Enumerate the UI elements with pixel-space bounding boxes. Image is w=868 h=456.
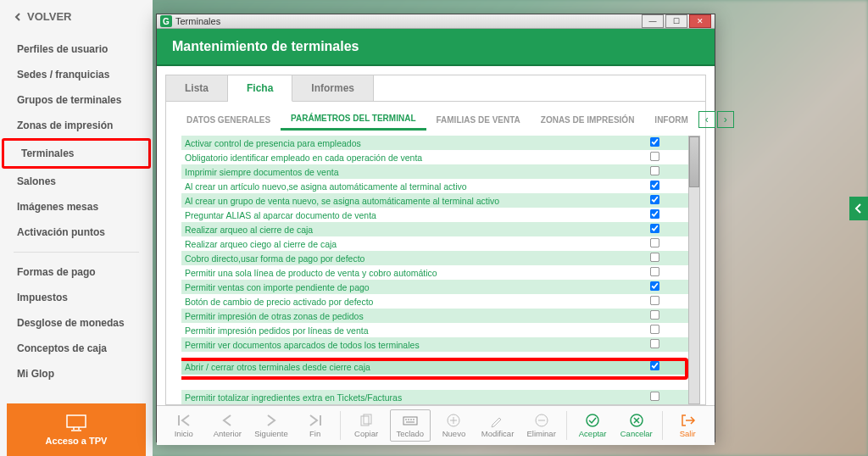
svg-rect-0 — [67, 415, 86, 427]
delete-button[interactable]: Eliminar — [521, 411, 562, 440]
monitor-icon — [65, 414, 87, 432]
sidebar-item[interactable]: Imágenes mesas — [0, 194, 153, 220]
pencil-icon — [489, 413, 506, 428]
sidebar-item[interactable]: Grupos de terminales — [0, 87, 153, 113]
accept-button[interactable]: Aceptar — [572, 411, 613, 440]
titlebar: G Terminales — ☐ ✕ — [157, 14, 715, 29]
param-checkbox[interactable] — [649, 137, 659, 147]
copy-button[interactable]: Copiar — [346, 411, 387, 440]
tabs: ListaFichaInformes — [166, 75, 705, 102]
param-label: Permitir totalizar ingredientes extra en… — [181, 392, 620, 403]
back-label: VOLVER — [27, 10, 72, 23]
param-label: Permitir una sola línea de producto de v… — [181, 268, 620, 278]
param-checkbox[interactable] — [649, 209, 659, 219]
tab[interactable]: Informes — [292, 75, 374, 101]
keyboard-button[interactable]: Teclado — [390, 409, 431, 442]
edge-panel-toggle[interactable] — [849, 197, 868, 220]
subtab[interactable]: DATOS GENERALES — [176, 110, 281, 130]
sidebar: VOLVER Perfiles de usuarioSedes / franqu… — [0, 0, 153, 456]
sidebar-item[interactable]: Activación puntos — [0, 220, 153, 245]
tpv-label: Acceso a TPV — [46, 436, 108, 446]
modify-button[interactable]: Modificar — [477, 411, 518, 440]
toolbar: Inicio Anterior Siguiente Fin Copiar Tec… — [157, 405, 715, 445]
param-row: Permitir totalizar ingredientes extra en… — [181, 390, 688, 404]
subtab[interactable]: ZONAS DE IMPRESIÓN — [531, 110, 645, 130]
chevron-left-icon — [14, 13, 22, 21]
page-heading: Mantenimiento de terminales — [157, 29, 715, 66]
param-checkbox[interactable] — [649, 152, 659, 161]
cancel-button[interactable]: Cancelar — [616, 411, 657, 440]
param-row: Al crear un grupo de venta nuevo, se asi… — [181, 193, 688, 208]
param-row: Obligatorio identificar empleado en cada… — [181, 150, 688, 164]
sidebar-item[interactable]: Perfiles de usuario — [0, 36, 153, 62]
last-button[interactable]: Fin — [295, 411, 336, 440]
maximize-button[interactable]: ☐ — [665, 14, 687, 28]
close-button[interactable]: ✕ — [689, 14, 711, 28]
param-label: Al crear un grupo de venta nuevo, se asi… — [181, 196, 620, 206]
tpv-access-button[interactable]: Acceso a TPV — [7, 403, 146, 456]
prev-button[interactable]: Anterior — [208, 411, 248, 440]
param-row: Realizar arqueo ciego al cierre de caja — [181, 236, 688, 251]
tab[interactable]: Lista — [166, 75, 228, 101]
tab[interactable]: Ficha — [228, 75, 292, 102]
param-label: Cobro directo,usar forma de pago por def… — [181, 253, 620, 264]
sidebar-item[interactable]: Mi Glop — [0, 361, 153, 386]
param-checkbox[interactable] — [649, 195, 659, 204]
param-checkbox[interactable] — [649, 325, 659, 334]
window-title: Terminales — [175, 16, 220, 26]
param-checkbox[interactable] — [649, 361, 659, 370]
subtab-prev[interactable]: ‹ — [698, 111, 715, 128]
exit-icon — [679, 413, 696, 428]
param-row: Abrir / cerrar otros terminales desde ci… — [181, 359, 688, 375]
param-row: Preguntar ALIAS al aparcar documento de … — [181, 208, 688, 222]
sidebar-item[interactable]: Salones — [0, 169, 153, 194]
param-label: Permitir ventas con importe pendiente de… — [181, 282, 620, 292]
app-icon: G — [160, 15, 172, 27]
sidebar-item[interactable]: Conceptos de caja — [0, 336, 153, 361]
chevron-left-icon — [854, 203, 863, 214]
last-icon — [307, 413, 324, 428]
copy-icon — [358, 413, 375, 428]
subtab[interactable]: INFORM — [644, 110, 698, 130]
param-checkbox[interactable] — [649, 181, 659, 190]
sidebar-item[interactable]: Desglose de monedas — [0, 310, 153, 336]
subtab[interactable]: FAMILIAS DE VENTA — [426, 110, 531, 130]
first-button[interactable]: Inicio — [164, 411, 204, 440]
param-checkbox[interactable] — [649, 392, 659, 401]
subtab[interactable]: PARÁMETROS DEL TERMINAL — [281, 108, 426, 131]
back-button[interactable]: VOLVER — [0, 0, 153, 33]
param-label: Botón de cambio de precio activado por d… — [181, 297, 620, 307]
param-checkbox[interactable] — [649, 310, 659, 320]
scrollbar-thumb[interactable] — [689, 136, 699, 187]
next-button[interactable]: Siguiente — [251, 411, 292, 440]
plus-circle-icon — [445, 413, 462, 428]
scrollbar[interactable] — [688, 136, 700, 404]
sidebar-item[interactable]: Zonas de impresión — [0, 113, 153, 138]
param-checkbox[interactable] — [649, 281, 659, 291]
sidebar-item[interactable]: Impuestos — [0, 285, 153, 310]
param-checkbox[interactable] — [649, 253, 659, 262]
minimize-button[interactable]: — — [642, 14, 664, 28]
param-checkbox[interactable] — [649, 296, 659, 305]
param-label: Imprimir siempre documentos de venta — [181, 167, 620, 177]
param-row: Permitir una sola línea de producto de v… — [181, 265, 688, 280]
sidebar-item[interactable]: Formas de pago — [0, 259, 153, 285]
param-checkbox[interactable] — [649, 166, 659, 175]
exit-button[interactable]: Salir — [667, 411, 708, 440]
param-row: Activar control de presencia para emplea… — [181, 136, 688, 150]
window: G Terminales — ☐ ✕ Mantenimiento de term… — [156, 14, 715, 442]
param-row: Permitir impresión pedidos por líneas de… — [181, 323, 688, 337]
param-row: Botón de cambio de precio activado por d… — [181, 294, 688, 309]
sidebar-item[interactable]: Terminales — [2, 138, 151, 169]
svg-point-6 — [587, 414, 598, 426]
subtab-next[interactable]: › — [717, 111, 734, 128]
param-row: Imprimir siempre documentos de venta — [181, 164, 688, 179]
param-checkbox[interactable] — [649, 339, 659, 348]
sidebar-item[interactable]: Sedes / franquicias — [0, 62, 153, 87]
new-button[interactable]: Nuevo — [434, 411, 475, 440]
param-row: Permitir ventas con importe pendiente de… — [181, 280, 688, 294]
param-checkbox[interactable] — [649, 267, 659, 276]
param-label: Realizar arqueo ciego al cierre de caja — [181, 239, 620, 249]
param-checkbox[interactable] — [649, 238, 659, 247]
param-checkbox[interactable] — [649, 224, 659, 233]
